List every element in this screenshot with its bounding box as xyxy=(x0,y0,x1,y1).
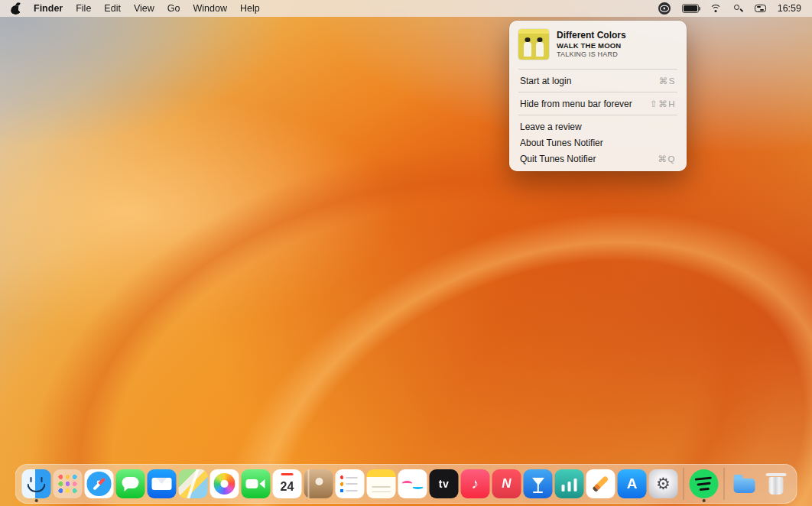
contacts-icon[interactable] xyxy=(304,469,333,498)
menubar-item-go[interactable]: Go xyxy=(167,3,180,14)
running-indicator xyxy=(35,499,38,502)
facetime-icon[interactable] xyxy=(242,469,271,498)
settings-icon[interactable]: ⚙ xyxy=(649,469,678,498)
menu-item-label: Hide from menu bar forever xyxy=(520,99,632,109)
apple-menu-icon[interactable] xyxy=(11,3,21,15)
menubar-menus: FinderFileEditViewGoWindowHelp xyxy=(11,3,260,15)
maps-icon[interactable] xyxy=(179,469,208,498)
menu-item-hide-from-menu-bar-forever[interactable]: Hide from menu bar forever⇧⌘H xyxy=(509,96,687,112)
control-center-icon[interactable] xyxy=(755,5,766,13)
menubar-item-finder[interactable]: Finder xyxy=(34,3,63,14)
album-art xyxy=(518,29,549,60)
launchpad-icon[interactable] xyxy=(54,469,83,498)
menu-item-leave-a-review[interactable]: Leave a review xyxy=(509,118,687,135)
reminders-icon[interactable] xyxy=(336,469,365,498)
menu-item-label: Quit Tunes Notifier xyxy=(520,154,596,164)
music-icon[interactable]: ♪ xyxy=(461,469,490,498)
menu-item-label: About Tunes Notifier xyxy=(520,138,603,148)
now-playing-header: Different Colors WALK THE MOON TALKING I… xyxy=(509,28,687,66)
downloads-icon[interactable] xyxy=(730,469,759,498)
menubar-item-edit[interactable]: Edit xyxy=(104,3,121,14)
menubar-item-window[interactable]: Window xyxy=(193,3,226,14)
menu-separator xyxy=(518,69,677,70)
spotify-icon[interactable] xyxy=(690,469,719,498)
menubar: FinderFileEditViewGoWindowHelp 16:59 xyxy=(0,0,812,17)
dock: 24tv♪NA⚙ xyxy=(15,464,797,504)
track-artist: WALK THE MOON xyxy=(557,41,626,50)
bartender-icon[interactable] xyxy=(524,469,553,498)
safari-icon[interactable] xyxy=(85,469,114,498)
battery-icon[interactable] xyxy=(682,4,699,13)
stats-icon[interactable] xyxy=(555,469,584,498)
menubar-clock[interactable]: 16:59 xyxy=(778,3,801,14)
appstore-glyph: A xyxy=(618,469,647,498)
eye-icon xyxy=(660,5,669,12)
spotlight-search-icon[interactable] xyxy=(733,4,743,14)
news-icon[interactable]: N xyxy=(492,469,521,498)
menubar-item-view[interactable]: View xyxy=(134,3,154,14)
music-glyph: ♪ xyxy=(461,469,490,498)
news-glyph: N xyxy=(492,469,521,498)
tunes-notifier-menu: Different Colors WALK THE MOON TALKING I… xyxy=(509,21,687,171)
menu-separator xyxy=(518,115,677,115)
wallpaper-swirl xyxy=(0,0,812,506)
dock-separator xyxy=(684,468,684,500)
shortcut-hint: ⌘S xyxy=(659,76,676,86)
running-indicator xyxy=(703,499,706,502)
fitness-icon[interactable] xyxy=(398,469,427,498)
menubar-item-file[interactable]: File xyxy=(76,3,91,14)
wallpaper-swirl xyxy=(0,0,812,506)
popover-menu-list: Start at login⌘SHide from menu bar forev… xyxy=(509,73,687,167)
shortcut-hint: ⌘Q xyxy=(658,154,676,164)
dock-separator xyxy=(724,468,725,500)
menu-item-about-tunes-notifier[interactable]: About Tunes Notifier xyxy=(509,135,687,151)
menu-item-label: Leave a review xyxy=(520,122,582,132)
appletv-icon[interactable]: tv xyxy=(430,469,459,498)
tunes-notifier-menubar-icon[interactable] xyxy=(658,2,671,15)
menu-separator xyxy=(518,92,677,92)
desktop-wallpaper[interactable]: FinderFileEditViewGoWindowHelp 16:59 Dif… xyxy=(0,0,812,506)
mail-icon[interactable] xyxy=(148,469,177,498)
now-playing-meta: Different Colors WALK THE MOON TALKING I… xyxy=(557,30,626,59)
menubar-status-area: 16:59 xyxy=(658,2,801,15)
menu-item-label: Start at login xyxy=(520,76,571,86)
trash-icon[interactable] xyxy=(762,469,791,498)
album-art-figure xyxy=(536,42,544,57)
settings-glyph: ⚙ xyxy=(649,469,678,498)
messages-icon[interactable] xyxy=(116,469,145,498)
photos-icon[interactable] xyxy=(210,469,239,498)
appstore-icon[interactable]: A xyxy=(618,469,647,498)
shortcut-hint: ⇧⌘H xyxy=(650,99,676,109)
track-album: TALKING IS HARD xyxy=(557,50,626,59)
pages-icon[interactable] xyxy=(586,469,615,498)
wifi-icon[interactable] xyxy=(710,5,722,13)
album-art-figure xyxy=(524,42,531,57)
appletv-glyph: tv xyxy=(430,469,459,498)
track-title: Different Colors xyxy=(557,30,626,41)
menu-item-start-at-login[interactable]: Start at login⌘S xyxy=(509,73,687,89)
finder-icon[interactable] xyxy=(22,469,51,498)
notes-icon[interactable] xyxy=(367,469,396,498)
calendar-icon[interactable]: 24 xyxy=(273,469,302,498)
menu-item-quit-tunes-notifier[interactable]: Quit Tunes Notifier⌘Q xyxy=(509,151,687,167)
menubar-item-help[interactable]: Help xyxy=(240,3,260,14)
